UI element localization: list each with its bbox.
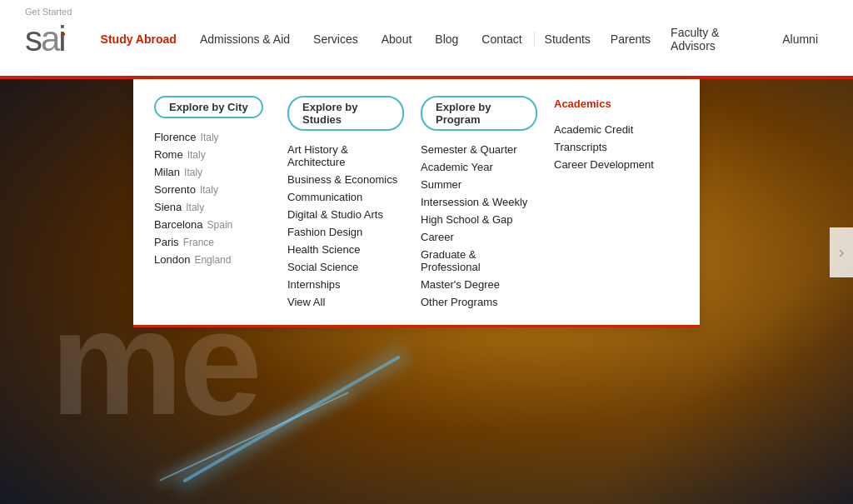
nav-contact[interactable]: Contact [470, 32, 533, 46]
study-digital-studio-arts[interactable]: Digital & Studio Arts [287, 206, 404, 223]
explore-by-studies-btn[interactable]: Explore by Studies [287, 96, 404, 131]
study-business-economics[interactable]: Business & Economics [287, 171, 404, 188]
nav-parents[interactable]: Parents [601, 32, 661, 46]
study-social-science[interactable]: Social Science [287, 258, 404, 276]
city-country-barcelona: Spain [207, 219, 233, 231]
city-country-milan: Italy [184, 167, 202, 178]
city-name-siena: Siena [154, 201, 182, 213]
city-florence[interactable]: Florence Italy [154, 128, 271, 146]
academic-career-development[interactable]: Career Development [554, 156, 671, 173]
col-studies-header: Explore by Studies [287, 96, 404, 131]
city-barcelona[interactable]: Barcelona Spain [154, 216, 271, 233]
col-city-header: Explore by City [154, 96, 271, 118]
col-academics-header: Academics [554, 96, 671, 111]
nav-admissions[interactable]: Admissions & Aid [188, 32, 302, 46]
program-other[interactable]: Other Programs [421, 293, 537, 311]
study-communication[interactable]: Communication [287, 188, 404, 206]
city-country-london: England [194, 254, 231, 266]
city-rome[interactable]: Rome Italy [154, 146, 271, 163]
city-siena[interactable]: Siena Italy [154, 198, 271, 216]
study-view-all[interactable]: View All [287, 293, 404, 311]
logo[interactable]: sai• [25, 22, 64, 57]
nav-services[interactable]: Services [302, 32, 370, 46]
city-name-sorrento: Sorrento [154, 183, 196, 196]
nav-right: Students Parents Faculty & Advisors Alum… [535, 26, 828, 52]
program-summer[interactable]: Summer [421, 176, 537, 193]
logo-text: sai• [25, 22, 64, 57]
dropdown-col-city: Explore by City Florence Italy Rome Ital… [154, 96, 279, 311]
dropdown-col-program: Explore by Program Semester & Quarter Ac… [412, 96, 546, 311]
program-masters-degree[interactable]: Master's Degree [421, 276, 537, 293]
city-london[interactable]: London England [154, 251, 271, 268]
city-country-sorrento: Italy [200, 184, 218, 196]
col-program-header: Explore by Program [421, 96, 537, 131]
city-country-paris: France [183, 237, 214, 248]
city-name-paris: Paris [154, 236, 179, 248]
program-intersession-weekly[interactable]: Intersession & Weekly [421, 193, 537, 211]
program-career[interactable]: Career [421, 228, 537, 246]
nav-faculty-advisors[interactable]: Faculty & Advisors [661, 26, 772, 52]
city-milan[interactable]: Milan Italy [154, 163, 271, 181]
nav-about[interactable]: About [370, 32, 424, 46]
study-fashion-design[interactable]: Fashion Design [287, 223, 404, 241]
chevron-right-icon: › [839, 242, 845, 262]
get-started-label[interactable]: Get Started [25, 7, 72, 17]
header-nav: sai• Study Abroad Admissions & Aid Servi… [0, 18, 853, 60]
main-nav: Study Abroad Admissions & Aid Services A… [89, 32, 534, 46]
dropdown-menu: Explore by City Florence Italy Rome Ital… [133, 79, 700, 327]
city-name-barcelona: Barcelona [154, 218, 203, 231]
header-top: Get Started [0, 0, 853, 18]
explore-by-program-btn[interactable]: Explore by Program [421, 96, 537, 131]
city-name-milan: Milan [154, 166, 180, 178]
explore-by-city-btn[interactable]: Explore by City [154, 96, 263, 118]
nav-study-abroad[interactable]: Study Abroad [89, 32, 188, 46]
program-high-school-gap[interactable]: High School & Gap [421, 211, 537, 228]
dropdown-red-bar [133, 325, 700, 327]
program-semester-quarter[interactable]: Semester & Quarter [421, 141, 537, 158]
dropdown-col-academics: Academics Academic Credit Transcripts Ca… [546, 96, 679, 311]
nav-students[interactable]: Students [535, 32, 601, 46]
scroll-right-arrow[interactable]: › [830, 227, 853, 277]
academic-transcripts[interactable]: Transcripts [554, 138, 671, 156]
city-country-rome: Italy [187, 149, 206, 161]
city-name-florence: Florence [154, 131, 197, 143]
city-sorrento[interactable]: Sorrento Italy [154, 181, 271, 198]
nav-alumni[interactable]: Alumni [772, 32, 828, 46]
academics-label: Academics [554, 94, 611, 113]
study-art-history[interactable]: Art History & Architecture [287, 141, 404, 171]
study-internships[interactable]: Internships [287, 276, 404, 293]
city-name-rome: Rome [154, 148, 183, 161]
city-country-siena: Italy [186, 202, 204, 213]
city-name-london: London [154, 253, 190, 266]
city-paris[interactable]: Paris France [154, 233, 271, 251]
program-academic-year[interactable]: Academic Year [421, 158, 537, 176]
program-graduate-professional[interactable]: Graduate & Professional [421, 246, 537, 276]
logo-dot: • [62, 27, 64, 41]
academic-credit[interactable]: Academic Credit [554, 121, 671, 138]
header: Get Started sai• Study Abroad Admissions… [0, 0, 853, 79]
nav-blog[interactable]: Blog [423, 32, 470, 46]
study-health-science[interactable]: Health Science [287, 241, 404, 258]
city-country-florence: Italy [201, 132, 219, 143]
dropdown-col-studies: Explore by Studies Art History & Archite… [279, 96, 412, 311]
